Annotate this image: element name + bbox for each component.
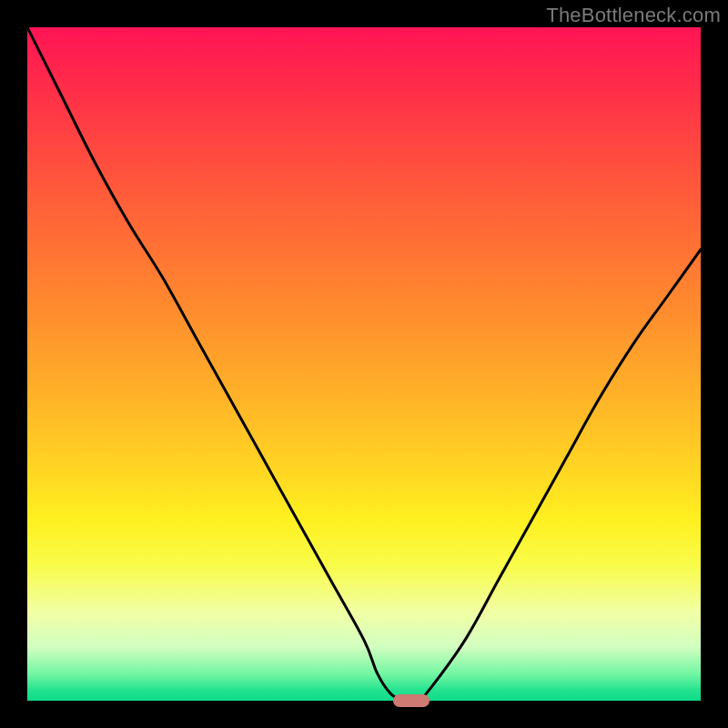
curve-path (27, 27, 701, 701)
minimum-marker (393, 694, 430, 707)
chart-frame: TheBottleneck.com (0, 0, 728, 728)
plot-area (27, 27, 701, 701)
watermark-label: TheBottleneck.com (546, 4, 721, 27)
bottleneck-curve (27, 27, 701, 701)
